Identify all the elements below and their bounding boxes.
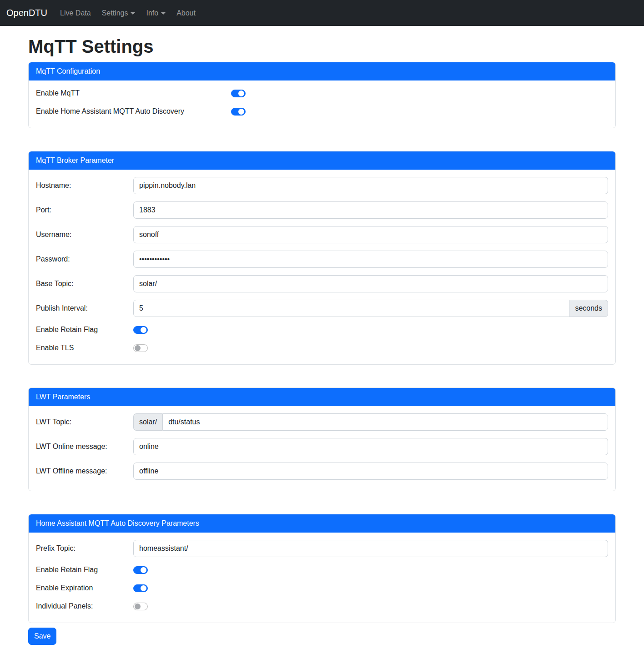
- form-row-ha-enable-retain: Enable Retain Flag: [36, 564, 608, 575]
- card-mqtt-broker-parameter: MqTT Broker Parameter Hostname: Port: Us…: [28, 151, 616, 365]
- ha-enable-retain-label: Enable Retain Flag: [36, 566, 98, 573]
- toggle-knob: [135, 345, 141, 351]
- password-input[interactable]: [133, 251, 608, 268]
- enable-tls-label: Enable TLS: [36, 344, 74, 352]
- hostname-label: Hostname:: [36, 181, 71, 189]
- lwt-offline-label: LWT Offline message:: [36, 467, 107, 475]
- brand-logo[interactable]: OpenDTU: [6, 8, 47, 18]
- form-row-enable-tls: Enable TLS: [36, 342, 608, 353]
- form-row-port: Port:: [36, 201, 608, 219]
- enable-tls-toggle[interactable]: [133, 344, 148, 352]
- publish-interval-input[interactable]: [133, 300, 569, 317]
- card-ha-discovery-parameters: Home Assistant MQTT Auto Discovery Param…: [28, 514, 616, 623]
- save-button[interactable]: Save: [28, 628, 56, 645]
- nav-item-info-label: Info: [146, 9, 158, 17]
- form-row-base-topic: Base Topic:: [36, 275, 608, 292]
- lwt-topic-label: LWT Topic:: [36, 418, 71, 426]
- nav-item-live-data[interactable]: Live Data: [56, 5, 95, 21]
- card-mqtt-configuration-body: Enable MqTT Enable Home Assistant MQTT A…: [29, 80, 615, 128]
- card-lwt-parameters-header: LWT Parameters: [29, 388, 615, 406]
- card-lwt-parameters-body: LWT Topic: solar/ LWT Online message: LW…: [29, 406, 615, 491]
- toggle-knob: [141, 585, 146, 591]
- port-input[interactable]: [133, 201, 608, 219]
- enable-expiration-label: Enable Expiration: [36, 584, 93, 592]
- card-ha-discovery-parameters-body: Prefix Topic: Enable Retain Flag Enable …: [29, 533, 615, 623]
- enable-expiration-toggle[interactable]: [133, 584, 148, 592]
- enable-mqtt-toggle[interactable]: [231, 90, 246, 97]
- card-lwt-parameters: LWT Parameters LWT Topic: solar/ LWT Onl…: [28, 387, 616, 491]
- prefix-topic-label: Prefix Topic:: [36, 544, 75, 552]
- nav-item-live-data-label: Live Data: [60, 9, 91, 17]
- lwt-offline-input[interactable]: [133, 463, 608, 480]
- base-topic-label: Base Topic:: [36, 280, 73, 287]
- form-row-username: Username:: [36, 226, 608, 243]
- main-content: MqTT Settings MqTT Configuration Enable …: [28, 35, 616, 645]
- page-title: MqTT Settings: [28, 35, 616, 57]
- nav-item-about-label: About: [176, 9, 196, 17]
- nav-item-about[interactable]: About: [173, 5, 199, 21]
- card-mqtt-broker-parameter-header: MqTT Broker Parameter: [29, 151, 615, 170]
- enable-retain-label: Enable Retain Flag: [36, 326, 98, 333]
- card-mqtt-configuration-header: MqTT Configuration: [29, 62, 615, 80]
- form-row-individual-panels: Individual Panels:: [36, 601, 608, 612]
- nav-item-settings[interactable]: Settings: [98, 5, 139, 21]
- form-row-lwt-online: LWT Online message:: [36, 438, 608, 455]
- ha-enable-retain-toggle[interactable]: [133, 566, 148, 574]
- navbar: OpenDTU Live Data Settings Info About: [0, 0, 644, 26]
- enable-retain-toggle[interactable]: [133, 326, 148, 334]
- lwt-topic-prefix: solar/: [133, 413, 162, 431]
- password-label: Password:: [36, 255, 70, 263]
- form-row-prefix-topic: Prefix Topic:: [36, 540, 608, 557]
- form-row-hostname: Hostname:: [36, 177, 608, 194]
- hostname-input[interactable]: [133, 177, 608, 194]
- base-topic-input[interactable]: [133, 275, 608, 292]
- username-label: Username:: [36, 231, 71, 238]
- toggle-knob: [141, 327, 146, 333]
- form-row-enable-mqtt: Enable MqTT: [36, 88, 608, 99]
- form-row-enable-expiration: Enable Expiration: [36, 583, 608, 594]
- form-row-enable-retain: Enable Retain Flag: [36, 324, 608, 335]
- form-row-enable-ha-discovery: Enable Home Assistant MQTT Auto Discover…: [36, 106, 608, 117]
- enable-ha-discovery-label: Enable Home Assistant MQTT Auto Discover…: [36, 107, 184, 115]
- lwt-topic-input[interactable]: [162, 413, 608, 431]
- chevron-down-icon: [131, 12, 135, 15]
- card-mqtt-configuration: MqTT Configuration Enable MqTT Enable Ho…: [28, 62, 616, 128]
- form-row-password: Password:: [36, 251, 608, 268]
- individual-panels-label: Individual Panels:: [36, 602, 93, 610]
- enable-ha-discovery-toggle[interactable]: [231, 108, 246, 116]
- toggle-knob: [141, 567, 146, 573]
- form-row-lwt-topic: LWT Topic: solar/: [36, 413, 608, 431]
- card-ha-discovery-parameters-header: Home Assistant MQTT Auto Discovery Param…: [29, 514, 615, 533]
- lwt-online-label: LWT Online message:: [36, 443, 107, 450]
- form-row-lwt-offline: LWT Offline message:: [36, 463, 608, 480]
- publish-interval-unit: seconds: [569, 300, 608, 317]
- chevron-down-icon: [161, 12, 166, 15]
- card-mqtt-broker-parameter-body: Hostname: Port: Username: Password: Base…: [29, 170, 615, 364]
- toggle-knob: [238, 109, 244, 115]
- individual-panels-toggle[interactable]: [133, 603, 148, 610]
- form-row-publish-interval: Publish Interval: seconds: [36, 300, 608, 317]
- lwt-online-input[interactable]: [133, 438, 608, 455]
- publish-interval-label: Publish Interval:: [36, 304, 88, 312]
- prefix-topic-input[interactable]: [133, 540, 608, 557]
- toggle-knob: [238, 91, 244, 96]
- port-label: Port:: [36, 206, 51, 214]
- nav-item-settings-label: Settings: [102, 9, 128, 17]
- nav-item-info[interactable]: Info: [142, 5, 169, 21]
- enable-mqtt-label: Enable MqTT: [36, 89, 80, 97]
- toggle-knob: [135, 604, 141, 609]
- username-input[interactable]: [133, 226, 608, 243]
